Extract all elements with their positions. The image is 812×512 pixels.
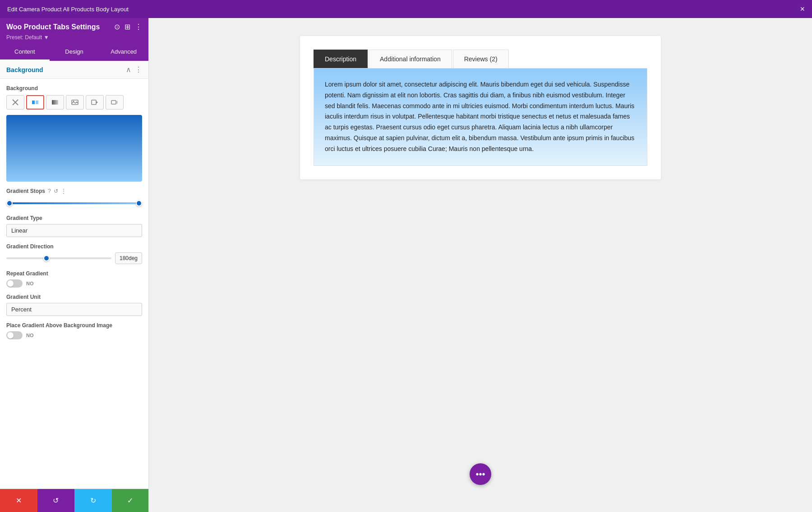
- save-button[interactable]: ✓: [112, 489, 149, 512]
- preview-card: Description Additional information Revie…: [300, 36, 661, 179]
- svg-rect-2: [32, 101, 35, 104]
- repeat-gradient-field: Repeat Gradient NO: [6, 270, 142, 288]
- repeat-gradient-value: NO: [26, 281, 34, 286]
- undo-icon: ↺: [53, 496, 59, 505]
- more-icon[interactable]: ⋮: [135, 23, 142, 31]
- tab-text: Lorem ipsum dolor sit amet, consectetur …: [325, 79, 636, 155]
- repeat-gradient-toggle[interactable]: [6, 279, 23, 288]
- bg-type-color[interactable]: [26, 95, 44, 110]
- gradient-help-icon[interactable]: ?: [48, 188, 51, 194]
- main-layout: Woo Product Tabs Settings ⊙ ⊞ ⋮ Preset: …: [0, 18, 812, 512]
- focus-icon[interactable]: ⊙: [114, 23, 120, 31]
- place-gradient-label: Place Gradient Above Background Image: [6, 322, 142, 329]
- redo-icon: ↻: [90, 496, 96, 505]
- sidebar-tabs: Content Design Advanced: [0, 44, 148, 61]
- layout-icon[interactable]: ⊞: [125, 23, 130, 31]
- cancel-button[interactable]: ✕: [0, 489, 37, 512]
- svg-rect-9: [111, 101, 116, 104]
- direction-value-input[interactable]: [115, 252, 142, 264]
- gradient-undo-icon[interactable]: ↺: [54, 188, 58, 194]
- svg-rect-3: [36, 101, 38, 104]
- gradient-direction-label: Gradient Direction: [6, 243, 142, 250]
- gradient-type-label: Gradient Type: [6, 215, 142, 221]
- gradient-direction-field: Gradient Direction: [6, 243, 142, 264]
- floating-action-button[interactable]: •••: [470, 463, 491, 485]
- bg-type-gradient[interactable]: [46, 95, 64, 110]
- tab-description[interactable]: Description: [314, 50, 368, 68]
- redo-button[interactable]: ↻: [74, 489, 112, 512]
- sidebar-header-top: Woo Product Tabs Settings ⊙ ⊞ ⋮: [6, 23, 142, 31]
- direction-row: [6, 252, 142, 264]
- gradient-stops-slider[interactable]: [6, 198, 142, 209]
- svg-rect-10: [116, 101, 118, 104]
- tab-design[interactable]: Design: [50, 44, 99, 61]
- place-gradient-field: Place Gradient Above Background Image NO: [6, 322, 142, 339]
- section-more-icon[interactable]: ⋮: [135, 65, 142, 74]
- tab-additional-information[interactable]: Additional information: [369, 50, 452, 68]
- gradient-unit-field: Gradient Unit Percent Pixel: [6, 294, 142, 316]
- slider-thumb-right[interactable]: [136, 200, 142, 206]
- section-header-icons: ∧ ⋮: [126, 65, 142, 74]
- top-bar-title: Edit Camera Product All Products Body La…: [7, 6, 129, 13]
- background-field-label: Background: [6, 85, 142, 91]
- sidebar: Woo Product Tabs Settings ⊙ ⊞ ⋮ Preset: …: [0, 18, 149, 512]
- background-section-title: Background: [6, 66, 43, 73]
- tab-content-area: Lorem ipsum dolor sit amet, consectetur …: [314, 69, 647, 166]
- gradient-unit-select[interactable]: Percent Pixel: [6, 303, 142, 316]
- bg-type-image[interactable]: [66, 95, 84, 110]
- slider-thumb-left[interactable]: [6, 200, 13, 206]
- svg-rect-4: [52, 100, 58, 105]
- gradient-type-field: Gradient Type Linear Radial: [6, 215, 142, 237]
- bg-type-video[interactable]: [86, 95, 104, 110]
- toggle-knob: [7, 280, 14, 287]
- gradient-stops-label: Gradient Stops: [6, 188, 45, 194]
- collapse-icon[interactable]: ∧: [126, 65, 131, 74]
- tab-reviews[interactable]: Reviews (2): [453, 50, 509, 68]
- content-area: Description Additional information Revie…: [149, 18, 812, 512]
- sidebar-header: Woo Product Tabs Settings ⊙ ⊞ ⋮ Preset: …: [0, 18, 148, 44]
- bg-type-slideshow[interactable]: [106, 95, 124, 110]
- sidebar-title: Woo Product Tabs Settings: [6, 23, 100, 31]
- gradient-unit-label: Gradient Unit: [6, 294, 142, 300]
- svg-rect-7: [92, 100, 96, 105]
- cancel-icon: ✕: [16, 496, 22, 505]
- bg-type-icons: [6, 95, 142, 110]
- close-button[interactable]: ×: [800, 5, 805, 14]
- direction-thumb[interactable]: [43, 255, 50, 261]
- tab-advanced[interactable]: Advanced: [99, 44, 148, 61]
- sidebar-header-icons: ⊙ ⊞ ⋮: [114, 23, 142, 31]
- save-icon: ✓: [127, 496, 133, 505]
- gradient-preview: [6, 115, 142, 182]
- top-bar: Edit Camera Product All Products Body La…: [0, 0, 812, 18]
- section-content: Background: [0, 79, 148, 352]
- repeat-gradient-label: Repeat Gradient: [6, 270, 142, 277]
- bottom-bar: ✕ ↺ ↻ ✓: [0, 489, 149, 512]
- slider-track: [6, 202, 142, 204]
- direction-slider[interactable]: [6, 253, 111, 264]
- place-gradient-toggle-wrap: NO: [6, 331, 142, 339]
- direction-track: [6, 257, 111, 259]
- floating-dots-icon: •••: [475, 469, 485, 480]
- sidebar-preset[interactable]: Preset: Default ▼: [6, 34, 49, 41]
- tab-content[interactable]: Content: [0, 44, 50, 61]
- place-gradient-toggle[interactable]: [6, 331, 23, 339]
- place-gradient-knob: [7, 332, 14, 338]
- bg-type-none[interactable]: [6, 95, 24, 110]
- undo-button[interactable]: ↺: [37, 489, 75, 512]
- background-section-header: Background ∧ ⋮: [0, 61, 148, 79]
- repeat-gradient-toggle-wrap: NO: [6, 279, 142, 288]
- svg-marker-8: [96, 101, 98, 104]
- product-tabs: Description Additional information Revie…: [314, 50, 647, 69]
- gradient-type-select[interactable]: Linear Radial: [6, 224, 142, 237]
- gradient-more-icon[interactable]: ⋮: [61, 188, 66, 194]
- place-gradient-value: NO: [26, 333, 34, 338]
- gradient-stops-header: Gradient Stops ? ↺ ⋮: [6, 188, 142, 194]
